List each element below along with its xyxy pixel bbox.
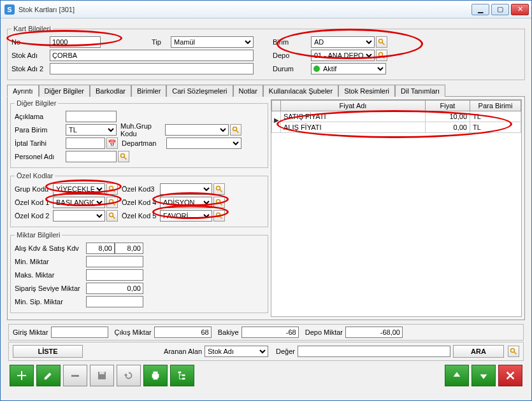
close-button[interactable]: ✕ <box>511 4 529 15</box>
maks-input[interactable] <box>86 269 143 281</box>
svg-line-7 <box>124 157 127 160</box>
kart-bilgileri-group: Kart Bilgileri No Tip Mamül Birim AD Sto… <box>7 25 525 80</box>
k4-find-button[interactable] <box>213 197 225 208</box>
k2-select[interactable] <box>53 210 105 222</box>
tab-ayrinti[interactable]: Ayrıntı <box>7 85 39 97</box>
down-button[interactable] <box>471 365 496 386</box>
k5-find-button[interactable] <box>213 210 225 222</box>
giris-input[interactable] <box>51 327 108 338</box>
k2-find-button[interactable] <box>106 210 118 222</box>
diger-bilgiler-group: Diğer Bilgiler Açıklama Para Birim TL Mu… <box>10 99 268 168</box>
personel-label: Personel Adı <box>15 153 66 160</box>
kart-bilgileri-legend: Kart Bilgileri <box>11 25 53 32</box>
muhgrup-select[interactable] <box>165 124 229 136</box>
svg-point-16 <box>110 213 113 217</box>
totals-bar: Giriş Miktar Çıkış Miktar Bakiye Depo Mi… <box>8 324 524 341</box>
muhgrup-label: Muh.Grup Kodu <box>120 122 165 137</box>
k5-select[interactable]: FAVORİ <box>160 210 212 222</box>
birim-select[interactable]: AD <box>311 36 375 48</box>
tab-notlar[interactable]: Notlar <box>233 85 263 97</box>
siparis-input[interactable] <box>86 283 143 294</box>
depo-label: Depo <box>273 52 311 59</box>
birim-find-button[interactable] <box>376 36 387 48</box>
aranan-select[interactable]: Stok Adı <box>205 346 268 357</box>
durum-select[interactable]: Aktif <box>311 63 386 74</box>
grup-select[interactable]: YİYECEKLER <box>53 183 105 195</box>
k3-find-button[interactable] <box>213 183 225 195</box>
tab-kullanilacak-subeler[interactable]: Kullanılacak Şubeler <box>263 85 338 97</box>
tab-barkodlar[interactable]: Barkodlar <box>90 85 131 97</box>
kdv-alis-input[interactable] <box>86 243 115 254</box>
cikis-input[interactable] <box>154 327 212 338</box>
svg-rect-27 <box>153 377 157 380</box>
remove-button[interactable] <box>63 365 87 386</box>
depo-find-button[interactable] <box>376 50 387 61</box>
tree-button[interactable] <box>170 365 194 386</box>
kdv-label: Alış Kdv & Satış Kdv <box>15 244 86 252</box>
svg-rect-22 <box>71 375 79 377</box>
svg-line-11 <box>220 190 222 192</box>
add-button[interactable] <box>10 365 34 386</box>
giris-label: Giriş Miktar <box>13 328 48 336</box>
bakiye-label: Bakiye <box>218 328 239 336</box>
minsip-input[interactable] <box>86 296 143 307</box>
k1-select[interactable]: BAŞLANGIÇLAR <box>53 197 105 208</box>
muhgrup-find-button[interactable] <box>230 124 241 136</box>
tip-select[interactable]: Mamül <box>171 36 254 48</box>
kdv-satis-input[interactable] <box>115 243 143 254</box>
close-tool-button[interactable] <box>498 365 522 386</box>
k3-select[interactable] <box>160 183 212 195</box>
prices-grid[interactable]: Fiyat Adı Fiyat Para Birimi ▶ SATIŞ FİYA… <box>271 99 522 317</box>
iptal-calendar-button[interactable]: 📅 <box>106 137 118 149</box>
tab-dil-tanimlari[interactable]: Dil Tanımları <box>395 85 445 97</box>
search-find-button[interactable] <box>508 346 519 357</box>
no-label: No <box>11 38 50 46</box>
svg-rect-26 <box>153 372 157 374</box>
col-parabirimi[interactable]: Para Birimi <box>470 101 521 111</box>
tip-label: Tip <box>152 38 171 46</box>
grup-label: Grup Kodu <box>15 185 53 193</box>
min-input[interactable] <box>86 256 143 267</box>
stokadi2-input[interactable] <box>50 63 254 74</box>
personel-input[interactable] <box>66 151 117 162</box>
depomiktar-input[interactable] <box>345 327 403 338</box>
app-icon: S <box>4 4 15 15</box>
undo-button[interactable] <box>117 365 141 386</box>
tab-cari-sozlesmeleri[interactable]: Cari Sözleşmeleri <box>166 85 233 97</box>
stokadi-input[interactable] <box>50 50 254 61</box>
tab-birimler[interactable]: Birimler <box>131 85 166 97</box>
save-button[interactable] <box>90 365 114 386</box>
parabirim-label: Para Birim <box>15 126 66 134</box>
svg-rect-30 <box>182 378 185 380</box>
tab-diger-bilgiler[interactable]: Diğer Bilgiler <box>39 85 90 97</box>
k1-find-button[interactable] <box>106 197 118 208</box>
personel-find-button[interactable] <box>118 151 129 162</box>
edit-button[interactable] <box>36 365 61 386</box>
bakiye-input[interactable] <box>241 327 299 338</box>
table-row: ▶ SATIŞ FİYATI 10,00 TL <box>272 111 521 122</box>
aciklama-input[interactable] <box>66 111 117 122</box>
parabirim-select[interactable]: TL <box>66 124 117 136</box>
min-label: Min. Miktar <box>15 258 86 265</box>
liste-button[interactable]: LİSTE <box>13 345 83 358</box>
departman-select[interactable] <box>166 137 241 149</box>
depo-select[interactable]: 01 - ANA DEPO <box>311 50 375 61</box>
svg-point-4 <box>233 127 237 131</box>
col-fiyat[interactable]: Fiyat <box>426 101 470 111</box>
print-button[interactable] <box>143 365 168 386</box>
tab-stok-resimleri[interactable]: Stok Resimleri <box>338 85 395 97</box>
svg-line-21 <box>514 352 517 355</box>
maximize-button[interactable]: ▢ <box>491 4 509 15</box>
deger-input[interactable] <box>298 346 450 357</box>
svg-point-12 <box>110 200 113 204</box>
up-button[interactable] <box>445 365 469 386</box>
k4-select[interactable]: ADİSYON <box>160 197 212 208</box>
grup-find-button[interactable] <box>106 183 118 195</box>
svg-line-15 <box>220 203 222 206</box>
no-input[interactable] <box>50 36 101 48</box>
iptal-input[interactable] <box>66 137 105 149</box>
search-bar: LİSTE Aranan Alan Stok Adı Değer ARA <box>8 342 524 361</box>
ara-button[interactable]: ARA <box>453 345 504 358</box>
col-fiyat-adi[interactable]: Fiyat Adı <box>281 101 426 111</box>
minimize-button[interactable]: ▁ <box>471 4 489 15</box>
